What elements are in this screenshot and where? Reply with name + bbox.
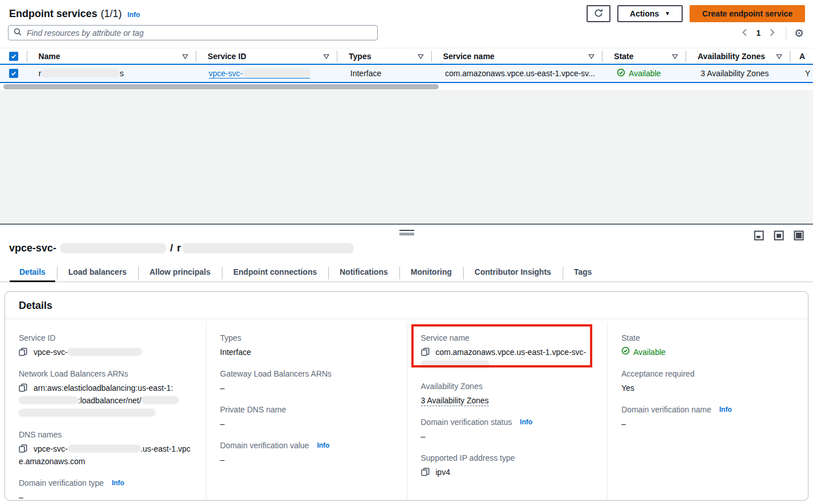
next-page-button[interactable]: [765, 26, 780, 40]
page-title-text: Endpoint services: [9, 8, 97, 20]
tab-allow-principals[interactable]: Allow principals: [138, 265, 222, 282]
cell-service-id: vpce-svc-: [197, 69, 339, 79]
availability-zones-link[interactable]: 3 Availability Zones: [701, 69, 769, 78]
horizontal-scrollbar: [0, 84, 813, 89]
column-header-state[interactable]: State: [602, 48, 686, 64]
cell-state: Available: [605, 68, 690, 79]
split-panel: vpce-svc- / r Details Load balancers All…: [0, 224, 813, 504]
cell-availability-zones: 3 Availability Zones: [690, 69, 794, 78]
cell-service-name: com.amazonaws.vpce.us-east-1.vpce-sv...: [434, 69, 605, 78]
redacted-text: [68, 348, 142, 356]
copy-icon[interactable]: [19, 444, 27, 455]
field-dns-names: DNS names vpce-svc-.us-east-1.vpce.amazo…: [19, 430, 192, 468]
gear-icon: ⚙: [794, 27, 804, 39]
field-glb-arns: Gateway Load Balancers ARNs –: [220, 369, 393, 394]
page-header: Endpoint services (1/1) Info Actions ▼ C…: [9, 5, 805, 23]
tab-load-balancers[interactable]: Load balancers: [57, 265, 138, 282]
info-link[interactable]: Info: [112, 479, 124, 487]
previous-page-button[interactable]: [737, 26, 752, 40]
pagination: 1 ⚙: [737, 25, 806, 41]
availability-zones-link[interactable]: 3 Availability Zones: [421, 396, 489, 406]
details-card: Details Service ID vpce-svc- Network Loa…: [5, 291, 808, 501]
page-number[interactable]: 1: [752, 28, 765, 38]
info-link[interactable]: Info: [719, 406, 732, 414]
panel-size-half-button[interactable]: [774, 230, 784, 241]
tab-details[interactable]: Details: [8, 265, 57, 282]
redacted-text: [19, 396, 78, 404]
copy-icon[interactable]: [421, 348, 430, 358]
panel-position-bottom-button[interactable]: [754, 230, 764, 241]
select-all-checkbox[interactable]: [9, 52, 18, 61]
panel-bottom-icon: [754, 234, 764, 242]
sort-icon: [182, 52, 188, 61]
page-info-link[interactable]: Info: [127, 11, 140, 19]
tab-endpoint-connections[interactable]: Endpoint connections: [222, 265, 328, 282]
field-availability-zones: Availability Zones 3 Availability Zones: [421, 382, 594, 407]
field-domain-verification-status: Domain verification statusInfo –: [421, 418, 594, 443]
panel-half-icon: [774, 234, 784, 242]
details-column-1: Service ID vpce-svc- Network Load Balanc…: [5, 322, 206, 500]
search-icon: [14, 28, 22, 38]
row-checkbox[interactable]: [9, 69, 18, 78]
sort-icon: [323, 52, 329, 61]
tab-monitoring[interactable]: Monitoring: [399, 265, 463, 282]
panel-full-icon: [794, 234, 804, 242]
actions-dropdown-button[interactable]: Actions ▼: [617, 5, 683, 22]
sort-icon: [672, 52, 678, 61]
info-link[interactable]: Info: [520, 418, 533, 426]
page-title: Endpoint services (1/1) Info: [9, 8, 140, 20]
column-header-availability-zones[interactable]: Availability Zones: [686, 48, 790, 64]
cell-acceptance: Y: [794, 69, 813, 78]
status-available-icon: [617, 68, 625, 79]
create-endpoint-service-button[interactable]: Create endpoint service: [690, 5, 805, 22]
split-panel-tabs: Details Load balancers Allow principals …: [0, 265, 813, 282]
field-acceptance-required: Acceptance required Yes: [621, 369, 794, 394]
copy-icon[interactable]: [19, 348, 27, 358]
service-id-link[interactable]: vpce-svc-: [209, 69, 310, 79]
details-card-title: Details: [5, 292, 808, 319]
redacted-text: [183, 243, 353, 253]
column-header-service-name[interactable]: Service name: [432, 48, 603, 64]
redacted-text: [421, 361, 489, 368]
actions-label: Actions: [630, 9, 659, 18]
sort-icon: [418, 52, 424, 61]
redacted-text: [141, 396, 179, 404]
search-box: [8, 25, 378, 40]
table-settings-button[interactable]: ⚙: [792, 28, 806, 39]
sort-icon: [776, 52, 782, 61]
field-types: Types Interface: [220, 333, 393, 358]
split-panel-drag-handle[interactable]: [399, 230, 414, 236]
header-actions: Actions ▼ Create endpoint service: [587, 5, 805, 22]
scrollbar-thumb[interactable]: [3, 84, 439, 89]
tab-tags[interactable]: Tags: [563, 265, 604, 282]
table-row[interactable]: rs vpce-svc- Interface com.amazonaws.vpc…: [0, 64, 813, 83]
refresh-button[interactable]: [587, 5, 610, 22]
chevron-right-icon: [770, 28, 775, 38]
drag-handle-icon: [399, 233, 414, 236]
redacted-text: [41, 69, 119, 77]
resource-count: (1/1): [101, 8, 122, 20]
column-header-name[interactable]: Name: [27, 48, 197, 64]
tab-contributor-insights[interactable]: Contributor Insights: [463, 265, 563, 282]
column-header-types[interactable]: Types: [337, 48, 432, 64]
details-column-4: State Available Acceptance required Yes …: [607, 322, 808, 500]
details-column-3: Service name com.amazonaws.vpce.us-east-…: [407, 322, 608, 500]
refresh-icon: [594, 9, 603, 19]
copy-icon[interactable]: [421, 468, 430, 478]
status-available-icon: [621, 346, 630, 358]
drag-handle-icon: [399, 230, 414, 231]
column-header-service-id[interactable]: Service ID: [196, 48, 337, 64]
info-link[interactable]: Info: [317, 441, 329, 449]
panel-size-full-button[interactable]: [794, 230, 804, 241]
copy-icon[interactable]: [19, 383, 27, 394]
endpoint-services-page: Endpoint services (1/1) Info Actions ▼ C…: [0, 0, 813, 504]
field-private-dns-name: Private DNS name –: [220, 405, 393, 430]
field-domain-verification-type: Domain verification typeInfo –: [19, 478, 192, 500]
redacted-text: [60, 243, 166, 253]
cell-name: rs: [27, 69, 197, 78]
search-input[interactable]: [26, 28, 372, 38]
column-header-acceptance[interactable]: A: [790, 48, 813, 64]
pagination-divider: [786, 26, 786, 40]
field-domain-verification-name: Domain verification nameInfo –: [621, 405, 794, 430]
tab-notifications[interactable]: Notifications: [328, 265, 399, 282]
